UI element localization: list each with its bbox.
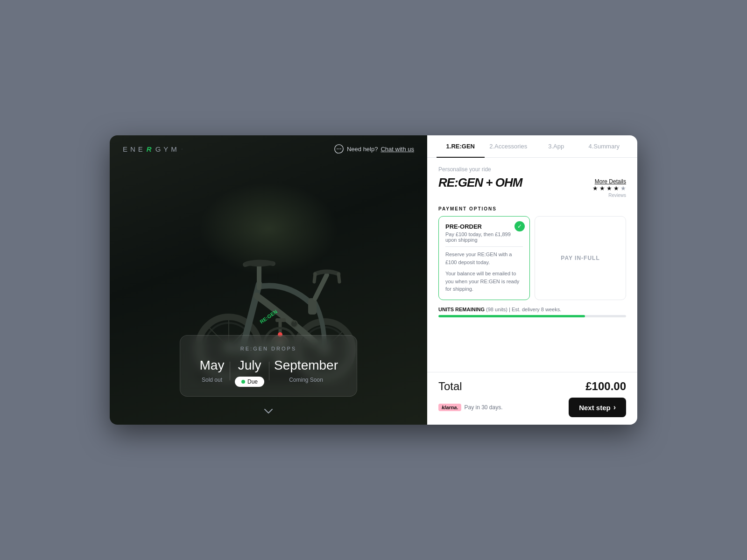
klarna-area: klarna. Pay in 30 days. — [438, 404, 503, 411]
product-name: RE:GEN + OHM — [438, 175, 522, 190]
logo-suffix: gym — [155, 145, 180, 153]
step-summary[interactable]: 4.Summary — [580, 135, 628, 157]
july-status: Due — [235, 377, 264, 387]
logo-highlight: R — [147, 145, 155, 153]
step-app[interactable]: 3.App — [532, 135, 580, 157]
units-delivery: | Est. delivery 8 weeks. — [509, 307, 561, 312]
drop-month-september: September Coming Soon — [274, 358, 338, 383]
preorder-desc2: Your balance will be emailed to you when… — [445, 270, 523, 293]
divider-1 — [230, 362, 230, 380]
footer-actions: klarna. Pay in 30 days. Next step › — [438, 398, 626, 417]
preorder-title: PRE-ORDER — [445, 223, 523, 230]
star-4: ★ — [613, 185, 619, 192]
preorder-desc1: Reserve your RE:GEN with a £100 deposit … — [445, 251, 523, 266]
drop-month-may: May Sold out — [199, 358, 225, 383]
svg-point-0 — [337, 148, 338, 149]
september-name: September — [274, 358, 338, 373]
step-regen[interactable]: 1.RE:GEN — [437, 135, 485, 157]
right-panel: 1.RE:GEN 2.Accessories 3.App 4.Summary P… — [427, 135, 637, 425]
klarna-text: Pay in 30 days. — [464, 404, 502, 411]
may-status: Sold out — [202, 377, 222, 383]
step-accessories[interactable]: 2.Accessories — [485, 135, 533, 157]
product-section: Personalise your ride RE:GEN + OHM More … — [427, 158, 637, 200]
star-1: ★ — [592, 185, 598, 192]
svg-point-2 — [340, 148, 341, 149]
total-label: Total — [438, 380, 462, 393]
units-label-prefix: UNITS REMAINING — [438, 307, 485, 312]
payment-cards: ✓ PRE-ORDER Pay £100 today, then £1,899 … — [438, 216, 626, 300]
star-half: ★ — [620, 185, 626, 192]
stars-row: ★ ★ ★ ★ ★ — [592, 185, 626, 192]
units-section: UNITS REMAINING (98 units) | Est. delive… — [427, 300, 637, 317]
svg-line-22 — [315, 275, 327, 298]
pay-in-full-label: PAY IN-FULL — [561, 255, 599, 261]
drops-panel: RE:GEN DROPS May Sold out July Due — [180, 335, 357, 397]
payment-options-section: PAYMENT OPTIONS ✓ PRE-ORDER Pay £100 tod… — [427, 200, 637, 300]
next-step-button[interactable]: Next step › — [569, 398, 626, 417]
main-container: ene R gym · Need help? Chat with us — [110, 135, 637, 425]
may-name: May — [200, 358, 225, 373]
star-2: ★ — [599, 185, 605, 192]
scroll-down-icon[interactable] — [264, 406, 273, 416]
more-details-link[interactable]: More Details — [595, 178, 626, 185]
svg-line-23 — [314, 274, 315, 282]
preorder-card[interactable]: ✓ PRE-ORDER Pay £100 today, then £1,899 … — [438, 216, 530, 300]
right-footer: Total £100.00 klarna. Pay in 30 days. Ne… — [427, 372, 637, 425]
pay-in-full-card[interactable]: PAY IN-FULL — [535, 216, 626, 300]
svg-point-1 — [338, 148, 339, 149]
drops-title: RE:GEN DROPS — [199, 346, 338, 351]
klarna-badge: klarna. — [438, 404, 461, 411]
check-badge: ✓ — [514, 221, 525, 231]
svg-point-21 — [244, 260, 274, 266]
left-panel: ene R gym · Need help? Chat with us — [110, 135, 427, 425]
header: ene R gym · Need help? Chat with us — [110, 135, 427, 162]
units-label: UNITS REMAINING (98 units) | Est. delive… — [438, 307, 626, 312]
due-dot — [241, 380, 245, 384]
july-name: July — [238, 358, 261, 373]
september-status: Coming Soon — [289, 377, 323, 383]
units-count: (98 units) — [486, 307, 507, 312]
preorder-subtitle: Pay £100 today, then £1,899 upon shippin… — [445, 231, 523, 247]
total-row: Total £100.00 — [438, 380, 626, 393]
need-help-text: Need help? — [347, 146, 378, 153]
chat-link[interactable]: Chat with us — [381, 146, 414, 153]
steps-nav: 1.RE:GEN 2.Accessories 3.App 4.Summary — [427, 135, 637, 158]
next-arrow-icon: › — [613, 403, 616, 412]
svg-rect-19 — [308, 298, 317, 315]
drops-months: May Sold out July Due September — [199, 358, 338, 387]
product-header: RE:GEN + OHM More Details ★ ★ ★ ★ ★ Revi… — [438, 175, 626, 198]
logo-dot: · — [182, 147, 183, 151]
logo: ene R gym · — [123, 145, 183, 153]
payment-options-label: PAYMENT OPTIONS — [438, 206, 626, 211]
progress-bar — [438, 315, 626, 317]
total-price: £100.00 — [585, 380, 626, 393]
help-area: Need help? Chat with us — [334, 144, 414, 154]
star-3: ★ — [606, 185, 612, 192]
divider-2 — [269, 362, 269, 380]
chat-icon — [334, 144, 344, 154]
personalise-label: Personalise your ride — [438, 166, 626, 173]
logo-prefix: ene — [123, 145, 146, 153]
svg-text:RE:GEN: RE:GEN — [259, 308, 278, 324]
svg-rect-29 — [275, 318, 286, 322]
svg-line-24 — [338, 274, 339, 282]
drop-month-july: July Due — [235, 358, 264, 387]
progress-bar-fill — [438, 315, 585, 317]
reviews-label: Reviews — [608, 193, 626, 198]
